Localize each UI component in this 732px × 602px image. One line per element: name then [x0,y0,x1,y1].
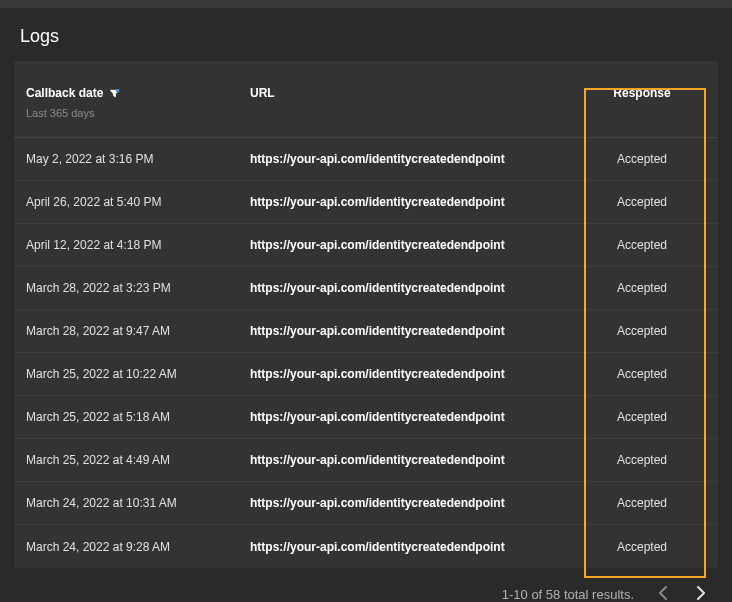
cell-url: https://your-api.com/identitycreatedendp… [250,281,566,295]
header-callback-date-label: Callback date [26,86,103,100]
previous-page-button[interactable] [654,582,672,602]
cell-callback-date: March 25, 2022 at 10:22 AM [14,367,250,381]
table-row[interactable]: March 25, 2022 at 5:18 AMhttps://your-ap… [14,396,718,439]
table-header: Callback date Last 365 days URL Response [14,61,718,138]
cell-callback-date: May 2, 2022 at 3:16 PM [14,152,250,166]
cell-response: Accepted [566,367,718,381]
chevron-right-icon [696,586,706,602]
table-row[interactable]: March 28, 2022 at 3:23 PMhttps://your-ap… [14,267,718,310]
next-page-button[interactable] [692,582,710,602]
cell-url: https://your-api.com/identitycreatedendp… [250,152,566,166]
cell-url: https://your-api.com/identitycreatedendp… [250,195,566,209]
table-row[interactable]: May 2, 2022 at 3:16 PMhttps://your-api.c… [14,138,718,181]
cell-callback-date: March 24, 2022 at 9:28 AM [14,540,250,554]
cell-callback-date: March 28, 2022 at 9:47 AM [14,324,250,338]
cell-callback-date: April 26, 2022 at 5:40 PM [14,195,250,209]
cell-callback-date: March 24, 2022 at 10:31 AM [14,496,250,510]
top-bar [0,0,732,8]
cell-url: https://your-api.com/identitycreatedendp… [250,324,566,338]
table-row[interactable]: March 28, 2022 at 9:47 AMhttps://your-ap… [14,310,718,353]
chevron-left-icon [658,586,668,602]
table-body: May 2, 2022 at 3:16 PMhttps://your-api.c… [14,138,718,568]
cell-callback-date: April 12, 2022 at 4:18 PM [14,238,250,252]
cell-callback-date: March 25, 2022 at 5:18 AM [14,410,250,424]
cell-response: Accepted [566,195,718,209]
cell-url: https://your-api.com/identitycreatedendp… [250,410,566,424]
header-callback-date-subtitle: Last 365 days [26,107,250,119]
cell-response: Accepted [566,324,718,338]
header-url[interactable]: URL [250,86,275,100]
cell-url: https://your-api.com/identitycreatedendp… [250,367,566,381]
header-response[interactable]: Response [613,86,670,100]
cell-callback-date: March 25, 2022 at 4:49 AM [14,453,250,467]
table-row[interactable]: March 25, 2022 at 4:49 AMhttps://your-ap… [14,439,718,482]
cell-response: Accepted [566,453,718,467]
table-row[interactable]: March 24, 2022 at 9:28 AMhttps://your-ap… [14,525,718,568]
cell-url: https://your-api.com/identitycreatedendp… [250,496,566,510]
header-callback-date[interactable]: Callback date [26,86,120,100]
cell-response: Accepted [566,410,718,424]
logs-table: Callback date Last 365 days URL Response… [14,61,718,568]
cell-response: Accepted [566,152,718,166]
cell-response: Accepted [566,238,718,252]
cell-callback-date: March 28, 2022 at 3:23 PM [14,281,250,295]
pagination: 1-10 of 58 total results. [0,568,732,602]
table-row[interactable]: April 26, 2022 at 5:40 PMhttps://your-ap… [14,181,718,224]
cell-response: Accepted [566,281,718,295]
table-row[interactable]: March 25, 2022 at 10:22 AMhttps://your-a… [14,353,718,396]
cell-url: https://your-api.com/identitycreatedendp… [250,453,566,467]
cell-response: Accepted [566,540,718,554]
filter-icon[interactable] [109,88,120,99]
cell-response: Accepted [566,496,718,510]
svg-point-0 [116,88,120,92]
pagination-text: 1-10 of 58 total results. [502,587,634,602]
table-row[interactable]: April 12, 2022 at 4:18 PMhttps://your-ap… [14,224,718,267]
table-row[interactable]: March 24, 2022 at 10:31 AMhttps://your-a… [14,482,718,525]
cell-url: https://your-api.com/identitycreatedendp… [250,540,566,554]
cell-url: https://your-api.com/identitycreatedendp… [250,238,566,252]
section-title: Logs [0,8,732,61]
